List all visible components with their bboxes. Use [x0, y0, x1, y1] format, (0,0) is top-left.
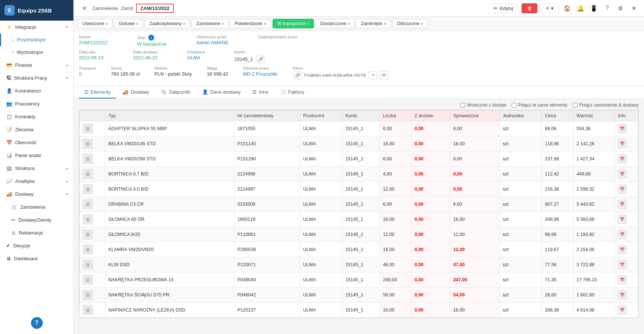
tab-elementy[interactable]: ☰ Elementy [79, 86, 116, 98]
info-button[interactable]: 📅 [618, 245, 627, 254]
sidebar-item-zlecenia[interactable]: 📝 Zlecenia [0, 123, 73, 136]
row-image[interactable]: 🖼 [83, 169, 93, 179]
sidebar-item-kontrahenci[interactable]: 👤 Kontrahenci [0, 84, 73, 97]
col-typ[interactable]: Typ [105, 111, 234, 121]
col-konto[interactable]: Konto [342, 111, 380, 121]
row-image[interactable]: 🖼 [83, 290, 93, 300]
sidebar-item-decyzje[interactable]: ✔ Decyzje [0, 239, 73, 252]
info-button[interactable]: 📅 [618, 215, 627, 224]
row-image[interactable]: 🖼 [83, 260, 93, 270]
home-icon[interactable]: 🏠 [562, 3, 572, 13]
status-btn-zaakceptowany[interactable]: Zaakceptowany » [145, 19, 190, 28]
info-button[interactable]: 📅 [618, 260, 627, 269]
row-image[interactable]: 🖼 [83, 275, 93, 285]
row-image[interactable]: 🖼 [83, 305, 93, 315]
info-button[interactable]: 📅 [618, 275, 627, 284]
sidebar-item-struktura-pracy[interactable]: 🏗 Struktura Pracy ▾ [0, 72, 73, 84]
tab-inne[interactable]: ☰ Inne [247, 86, 273, 98]
status-btn-zamkniete[interactable]: Zamknięte » [356, 19, 391, 28]
menu-button[interactable]: ≡ ▾ [540, 3, 559, 13]
col-z-dostaw[interactable]: Z dostaw [411, 111, 450, 121]
info-button[interactable]: 📅 [618, 200, 627, 209]
sidebar-item-panel-analiz[interactable]: 📊 Panel analiz [0, 149, 73, 162]
tab-faktury[interactable]: 📄 Faktury [275, 86, 309, 98]
row-image[interactable]: 🖼 [83, 123, 93, 134]
row-image[interactable]: 🖼 [83, 184, 93, 194]
copy-icon[interactable]: 🔗 [257, 55, 265, 63]
status-btn-zamowione[interactable]: Zamówione » [191, 19, 228, 28]
sidebar-item-wychodzace[interactable]: ↑ Wychodzące [0, 46, 73, 59]
sidebar-item-struktura[interactable]: 🏢 Struktura ▴ [0, 162, 73, 175]
polacz-zamowienie-checkbox-label[interactable]: Połącz zamówienie & dostawy [573, 102, 639, 108]
info-button[interactable]: 📅 [618, 230, 627, 239]
status-btn-odrzucone[interactable]: Odrzucone » [392, 19, 428, 28]
question-icon[interactable]: ? [602, 3, 612, 13]
info-button[interactable]: 📅 [618, 154, 627, 163]
wstecznie-checkbox[interactable] [460, 103, 465, 108]
col-wartosc[interactable]: Wartość [573, 111, 615, 121]
table-row: 🖼NAKRĘTKA ŚCIĄGU D75 PRP046042ULMA15145_… [80, 288, 638, 303]
tab-dane-dostawy[interactable]: 👤 Dane dostawy [197, 86, 246, 98]
sidebar-item-reklamacje[interactable]: ⚠ Reklamacje [0, 226, 73, 239]
sidebar-item-obecnosc[interactable]: 📅 Obecność [0, 136, 73, 149]
sidebar-item-integracje[interactable]: ⚡ Integracje ▾ [0, 21, 73, 34]
row-image[interactable]: 🖼 [83, 244, 93, 255]
sidebar-item-dostawy[interactable]: 🚚 Dostawy ▾ [0, 188, 73, 201]
info-icon[interactable]: i [148, 35, 154, 41]
bell-icon[interactable]: 🔔 [575, 3, 586, 13]
tab-dostawy[interactable]: 🚚 Dostawy [117, 86, 154, 98]
phone-icon[interactable]: 📱 [589, 3, 599, 13]
external-link-icon[interactable]: ↗ [369, 71, 377, 79]
sidebar-item-analityka[interactable]: 📈 Analityka ▴ [0, 175, 73, 188]
col-liczba[interactable]: Liczba [380, 111, 412, 121]
col-sprawdzone[interactable]: Sprawdzone [450, 111, 499, 121]
gear-icon[interactable]: ⚙ [615, 3, 626, 13]
tab-zamowienie[interactable]: Zamówienie [92, 6, 118, 11]
close-button[interactable]: ✕ [79, 3, 89, 13]
sidebar-item-finanse[interactable]: 💳 Finanse ▴ [0, 59, 73, 72]
edit-button[interactable]: ✏ Edytuj [488, 3, 519, 13]
copy-icon[interactable]: 🔗 [294, 71, 302, 79]
delete-button[interactable]: 🗑 [522, 3, 537, 13]
status-label: Utworzone [82, 21, 104, 26]
info-button[interactable]: 📅 [618, 139, 627, 148]
sidebar-item-label: Kontrahenci [15, 88, 41, 94]
tab-zalaczniki[interactable]: 📎 Załączniki [156, 86, 195, 98]
col-cena[interactable]: Cena [542, 111, 574, 121]
sidebar-item-kontrakty[interactable]: 📋 Kontrakty [0, 110, 73, 123]
sidebar-item-pracownicy[interactable]: 👥 Pracownicy [0, 97, 73, 110]
sidebar-item-dostawy-zwroty[interactable]: ↩ Dostawy/Zwroty [0, 213, 73, 226]
sidebar-item-zamowienia[interactable]: 🛒 Zamówienia [0, 201, 73, 213]
sidebar-item-przychodzace[interactable]: ↓ Przychodzące [0, 34, 73, 46]
polacz-same-checkbox[interactable] [512, 103, 516, 108]
status-btn-potwierdzone[interactable]: Potwierdzone » [230, 19, 271, 28]
polacz-zamowienie-checkbox[interactable] [573, 103, 578, 108]
tab-zam-12-2022[interactable]: ZAM/12/2022 [136, 4, 174, 13]
status-btn-gotowe[interactable]: Gotowe » [114, 19, 143, 28]
help-button[interactable]: ? [31, 317, 43, 329]
info-button[interactable]: 📅 [618, 170, 627, 178]
col-producent[interactable]: Producent [300, 111, 342, 121]
row-image[interactable]: 🖼 [83, 229, 93, 240]
info-button[interactable]: 📅 [618, 124, 627, 133]
info-button[interactable]: 📅 [618, 306, 627, 314]
status-btn-w-transporcie[interactable]: W transporcie » [273, 19, 314, 28]
tab-zwrot[interactable]: Zwrot [121, 6, 133, 11]
col-jednostka[interactable]: Jednostka [499, 111, 542, 121]
reklamacje-icon: ⚠ [11, 230, 16, 236]
polacz-same-checkbox-label[interactable]: Połącz te same elementy [512, 102, 568, 108]
status-btn-dostarczone[interactable]: Dostarczone » [315, 19, 354, 28]
cell-typ: KLAMRA VM20/VM20 [105, 242, 234, 257]
row-image[interactable]: 🖼 [83, 214, 93, 225]
sidebar-item-dashboard[interactable]: 🖥 Dashboard [0, 252, 73, 265]
status-btn-utworzone[interactable]: Utworzone » [77, 19, 112, 28]
row-image[interactable]: 🖼 [83, 199, 93, 209]
close-icon[interactable]: ✕ [629, 3, 639, 13]
row-image[interactable]: 🖼 [83, 139, 93, 149]
row-image[interactable]: 🖼 [83, 154, 93, 164]
info-button[interactable]: 📅 [618, 290, 627, 299]
wstecznie-checkbox-label[interactable]: Wstecznie z dostaw [460, 102, 506, 108]
col-nr-zamowieniowy[interactable]: Nr zamówieniowy [234, 111, 300, 121]
mail-icon[interactable]: ✉ [380, 71, 388, 79]
info-button[interactable]: 📅 [618, 185, 627, 194]
